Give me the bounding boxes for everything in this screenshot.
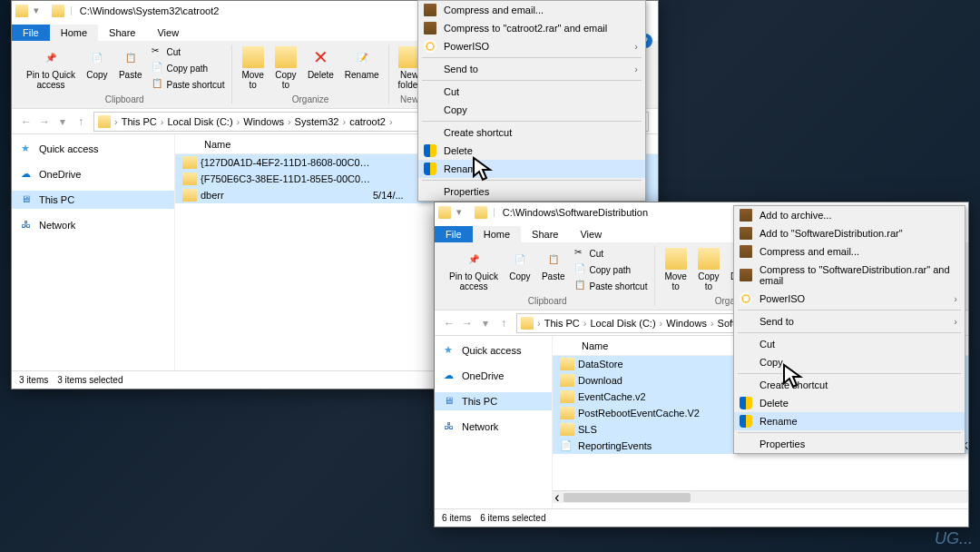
folder-icon — [560, 390, 574, 403]
chevron-right-icon: › — [954, 293, 957, 304]
disc-icon — [424, 40, 436, 53]
sidebar-network[interactable]: 🖧Network — [12, 216, 174, 234]
paste-icon: 📋 — [120, 46, 142, 68]
breadcrumb-part[interactable]: catroot2 — [346, 116, 389, 127]
file-name: {F750E6C3-38EE-11D1-85E5-00C04FC295... — [201, 173, 373, 184]
copy-button[interactable]: 📄Copy — [505, 246, 534, 283]
copy-to-button[interactable]: Copy to — [694, 246, 723, 293]
menu-item[interactable]: Send to› — [734, 312, 965, 330]
menu-item[interactable]: Add to archive... — [734, 206, 965, 224]
menu-item[interactable]: Delete — [734, 394, 965, 412]
breadcrumb-part[interactable]: This PC — [118, 116, 161, 127]
cut-button[interactable]: ✂Cut — [150, 44, 227, 59]
sidebar-quick-access[interactable]: ★Quick access — [12, 140, 174, 158]
menu-label: Add to archive... — [760, 210, 832, 221]
pin-button[interactable]: 📌Pin to Quick access — [23, 44, 79, 92]
tab-view[interactable]: View — [569, 226, 612, 242]
menu-item[interactable]: Cut — [418, 83, 645, 101]
chevron-down-icon[interactable]: ▾ — [476, 314, 495, 332]
copy-to-button[interactable]: Copy to — [271, 44, 300, 92]
tab-view[interactable]: View — [146, 25, 190, 41]
menu-item[interactable]: Compress and email... — [734, 242, 965, 261]
tab-file[interactable]: File — [12, 25, 50, 41]
copy-icon: 📄 — [86, 46, 108, 68]
pin-button[interactable]: 📌Pin to Quick access — [446, 246, 502, 293]
menu-item[interactable]: Properties — [734, 435, 965, 453]
archive-icon — [740, 227, 752, 240]
separator — [422, 180, 642, 181]
archive-icon — [740, 245, 752, 258]
move-to-button[interactable]: Move to — [661, 246, 690, 293]
scrollbar-horizontal[interactable]: ‹ — [553, 490, 968, 503]
rename-icon: 📝 — [351, 46, 373, 68]
paste-shortcut-button[interactable]: 📋Paste shortcut — [150, 77, 227, 92]
copy-path-button[interactable]: 📄Copy path — [573, 262, 650, 277]
menu-label: Create shortcut — [760, 380, 828, 390]
breadcrumb-part[interactable]: System32 — [291, 116, 343, 127]
menu-label: Compress to "catroot2.rar" and email — [444, 23, 607, 34]
move-to-button[interactable]: Move to — [238, 44, 267, 92]
up-button[interactable]: ↑ — [72, 113, 90, 131]
menu-item[interactable]: Properties — [418, 182, 645, 201]
menu-item[interactable]: Create shortcut — [734, 376, 965, 394]
back-button[interactable]: ← — [440, 314, 458, 332]
folder-icon — [438, 206, 451, 219]
chevron-down-icon[interactable]: ▾ — [54, 113, 72, 131]
menu-label: Rename — [444, 163, 482, 174]
sidebar-quick-access[interactable]: ★Quick access — [435, 341, 552, 360]
menu-item[interactable]: Cut — [734, 335, 965, 353]
breadcrumb-part[interactable]: Local Disk (C:) — [586, 318, 659, 329]
tab-share[interactable]: Share — [98, 25, 146, 41]
menu-label: Send to — [760, 316, 794, 327]
menu-item[interactable]: Delete — [418, 142, 645, 160]
menu-item[interactable]: PowerISO› — [734, 290, 965, 308]
context-menu[interactable]: Compress and email...Compress to "catroo… — [417, 0, 646, 202]
breadcrumb-part[interactable]: Windows — [240, 116, 288, 127]
context-menu[interactable]: Add to archive...Add to "SoftwareDistrib… — [733, 205, 965, 454]
shield-icon — [740, 397, 752, 409]
breadcrumb-part[interactable]: This PC — [541, 318, 583, 329]
menu-item[interactable]: Rename — [734, 412, 965, 430]
menu-item[interactable]: Create shortcut — [418, 123, 645, 142]
menu-item[interactable]: Compress to "SoftwareDistribution.rar" a… — [734, 261, 965, 290]
menu-item[interactable]: Copy — [418, 101, 645, 119]
sidebar-onedrive[interactable]: ☁OneDrive — [435, 367, 552, 385]
copy-icon: 📄 — [509, 248, 531, 270]
sidebar-this-pc[interactable]: 🖥This PC — [12, 191, 174, 209]
copy-button[interactable]: 📄Copy — [83, 44, 112, 82]
forward-button[interactable]: → — [458, 314, 476, 332]
rename-button[interactable]: 📝Rename — [341, 44, 383, 82]
paste-button[interactable]: 📋Paste — [115, 44, 146, 82]
disc-icon — [740, 292, 752, 305]
menu-item[interactable]: PowerISO› — [418, 37, 645, 55]
chevron-down-icon[interactable]: ▾ — [34, 5, 46, 17]
up-button[interactable]: ↑ — [495, 314, 513, 332]
sidebar-network[interactable]: 🖧Network — [435, 418, 552, 436]
breadcrumb-part[interactable]: Local Disk (C:) — [163, 116, 236, 127]
menu-item[interactable]: Compress and email... — [418, 1, 645, 19]
breadcrumb-part[interactable]: Windows — [662, 318, 710, 329]
menu-item[interactable]: Rename — [418, 160, 645, 178]
cut-button[interactable]: ✂Cut — [573, 246, 650, 261]
back-button[interactable]: ← — [17, 113, 35, 131]
forward-button[interactable]: → — [35, 113, 54, 131]
tab-home[interactable]: Home — [50, 25, 98, 41]
paste-button[interactable]: 📋Paste — [538, 246, 569, 283]
col-name[interactable]: Name — [197, 139, 387, 150]
tab-file[interactable]: File — [435, 226, 473, 242]
monitor-icon: 🖥 — [444, 395, 456, 408]
paste-shortcut-button[interactable]: 📋Paste shortcut — [573, 279, 650, 293]
menu-item[interactable]: Send to› — [418, 60, 645, 78]
tab-share[interactable]: Share — [521, 226, 569, 242]
sidebar-onedrive[interactable]: ☁OneDrive — [12, 165, 174, 183]
chevron-down-icon[interactable]: ▾ — [456, 206, 469, 219]
copy-path-button[interactable]: 📄Copy path — [150, 61, 227, 75]
menu-item[interactable]: Add to "SoftwareDistribution.rar" — [734, 224, 965, 242]
pin-icon: 📌 — [40, 46, 62, 68]
tab-home[interactable]: Home — [473, 226, 521, 242]
menu-label: Copy — [760, 357, 783, 368]
delete-button[interactable]: ✕Delete — [304, 44, 338, 82]
menu-item[interactable]: Copy — [734, 353, 965, 371]
sidebar-this-pc[interactable]: 🖥This PC — [435, 392, 552, 410]
menu-item[interactable]: Compress to "catroot2.rar" and email — [418, 19, 645, 37]
